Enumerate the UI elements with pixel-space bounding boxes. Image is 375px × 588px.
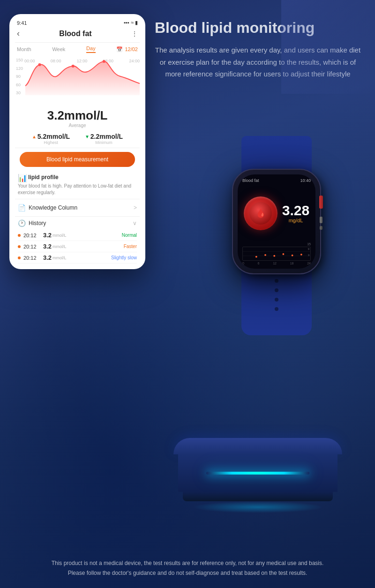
history-dot-1 (18, 234, 21, 237)
history-time-1: 20:12 (23, 233, 40, 238)
svg-point-1 (72, 65, 75, 68)
tab-date[interactable]: 📅 12/02 (116, 46, 138, 53)
watch-chart-labels: 0 6 12 18 24 (242, 262, 311, 265)
page-wrapper: 9:41 ▪▪▪ ≈ ▮ ‹ Blood fat ⋮ Month Week Da… (0, 0, 375, 588)
main-stats: 3.2mmol/L Average (15, 105, 140, 130)
back-icon[interactable]: ‹ (17, 29, 20, 38)
history-unit-2: mmol/L (52, 244, 67, 249)
history-chevron-icon[interactable]: ∨ (133, 220, 137, 226)
history-unit-1: mmol/L (52, 233, 67, 238)
svg-point-7 (273, 255, 275, 257)
minimum-stat: ▼ 2.2mmol/L Minimum (85, 133, 123, 145)
svg-point-10 (300, 254, 302, 256)
watch-screen: Blood fat 10:40 🩸 3.28 mg/dL (238, 174, 315, 269)
watch-crown (319, 196, 323, 209)
mini-chart-area: 9 3 (242, 247, 311, 261)
svg-point-9 (292, 255, 293, 256)
right-section: Blood lipid monitoring The analysis resu… (155, 14, 366, 80)
blood-fat-chart (25, 58, 140, 95)
history-time-3: 20:12 (23, 255, 40, 261)
lipid-chart-icon: 📊 (18, 173, 25, 181)
status-time: 9:41 (17, 20, 27, 26)
svg-point-2 (103, 60, 105, 63)
history-status-3: Slightly slow (111, 255, 137, 260)
mini-chart-svg (243, 247, 310, 260)
lipid-title: lipid profile (28, 174, 59, 181)
pedestal-glow (192, 501, 323, 513)
tab-week[interactable]: Week (52, 46, 65, 52)
watch-mini-chart: 15 (238, 241, 315, 269)
page-title: Blood lipid monitoring (155, 19, 361, 37)
svg-point-6 (264, 254, 266, 256)
history-value-2: 3.2 (43, 243, 52, 250)
knowledge-left: 📄 Knowledge Column (18, 204, 77, 211)
history-status-2: Faster (124, 244, 137, 249)
highest-label: Highest (32, 140, 70, 145)
history-row: 20:12 3.2 mmol/L Faster (18, 241, 137, 252)
disclaimer: This product is not a medical device, th… (0, 558, 375, 579)
pedestal-bottom (183, 492, 333, 501)
svg-point-0 (38, 63, 41, 66)
minimum-value: 2.2mmol/L (90, 133, 123, 140)
band-hole (275, 307, 278, 311)
disclaimer-line1: This product is not a medical device, th… (14, 558, 361, 569)
history-value-3: 3.2 (43, 254, 52, 261)
status-bar: 9:41 ▪▪▪ ≈ ▮ (15, 20, 140, 29)
svg-point-5 (255, 256, 257, 258)
watch-screen-header: Blood fat 10:40 (238, 174, 315, 185)
measure-button[interactable]: Blood lipid measurement (20, 152, 135, 167)
history-header: 🕐 History ∨ (18, 219, 137, 227)
blood-icon: 🩸 (244, 196, 278, 230)
watch-band-top (241, 136, 312, 173)
page-description: The analysis results are given every day… (155, 44, 361, 80)
tab-month[interactable]: Month (17, 46, 31, 52)
phone-header: ‹ Blood fat ⋮ (15, 29, 140, 43)
lipid-text: Your blood fat is high. Pay attention to… (18, 183, 137, 196)
disclaimer-line2: Please follow the doctor's guidance and … (14, 568, 361, 579)
stats-row: ▲ 5.2mmol/L Highest ▼ 2.2mmol/L Minimum (15, 130, 140, 148)
tab-bar: Month Week Day 📅 12/02 (15, 43, 140, 56)
main-label: Average (15, 123, 140, 128)
watch-time: 10:40 (300, 178, 311, 183)
history-dot-3 (18, 256, 21, 259)
main-value: 3.2mmol/L (15, 108, 140, 123)
band-hole (275, 279, 278, 283)
history-label: History (29, 220, 46, 226)
watch-display-area: 🩸 3.28 mg/dL (238, 185, 315, 241)
knowledge-label: Knowledge Column (29, 204, 77, 211)
screen-title: Blood fat (59, 30, 91, 38)
watch-case: Blood fat 10:40 🩸 3.28 mg/dL (232, 169, 321, 274)
drop-icon: 🩸 (255, 208, 266, 219)
band-hole (275, 298, 278, 302)
phone-mockup: 9:41 ▪▪▪ ≈ ▮ ‹ Blood fat ⋮ Month Week Da… (9, 14, 145, 269)
pedestal-top (173, 438, 342, 454)
history-section: 🕐 History ∨ 20:12 3.2 mmol/L Normal 20:1… (15, 217, 140, 264)
history-row: 20:12 3.2 mmol/L Normal (18, 230, 137, 241)
history-status-1: Normal (122, 233, 137, 238)
watch-value-display: 3.28 mg/dL (282, 204, 309, 223)
minimum-label: Minimum (85, 140, 123, 145)
up-arrow-icon: ▲ (32, 134, 37, 139)
watch-side-connector (320, 226, 322, 230)
history-row: 20:12 3.2 mmol/L Slightly slow (18, 252, 137, 264)
watch-label: Blood fat (242, 178, 259, 183)
knowledge-arrow-icon: > (134, 204, 137, 211)
highest-stat: ▲ 5.2mmol/L Highest (32, 133, 70, 145)
history-left: 🕐 History (18, 219, 46, 227)
history-unit-3: mmol/L (52, 256, 67, 260)
status-icons: ▪▪▪ ≈ ▮ (124, 20, 138, 26)
history-value-1: 3.2 (43, 232, 52, 239)
down-arrow-icon: ▼ (85, 134, 90, 139)
tab-day[interactable]: Day (86, 45, 96, 53)
watch-section: Blood fat 10:40 🩸 3.28 mg/dL (188, 131, 366, 356)
pedestal-middle (178, 454, 338, 492)
pedestal (141, 438, 375, 513)
lipid-header: 📊 lipid profile (18, 173, 137, 181)
chart-y-labels: 150 120 90 60 30 (15, 58, 23, 95)
share-icon[interactable]: ⋮ (131, 30, 138, 38)
lipid-profile-section: 📊 lipid profile Your blood fat is high. … (15, 171, 140, 199)
watch-side-button (320, 217, 322, 223)
knowledge-section[interactable]: 📄 Knowledge Column > (15, 199, 140, 217)
chart-area: 150 120 90 60 30 (15, 56, 140, 103)
svg-point-8 (282, 253, 284, 255)
